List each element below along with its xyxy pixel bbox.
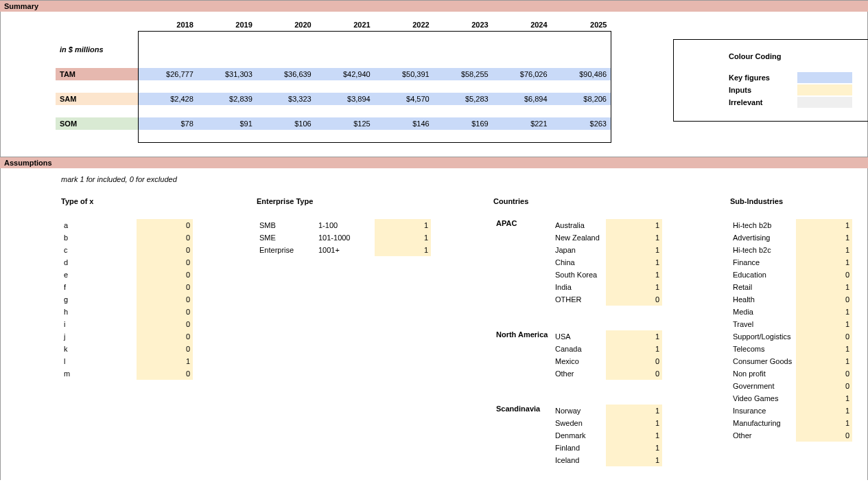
country-value[interactable]: 1: [606, 429, 662, 442]
enterprise-value[interactable]: 1: [375, 231, 431, 244]
country-value[interactable]: 1: [606, 454, 662, 466]
legend-title: Colour Coding: [729, 52, 868, 60]
sam-cell[interactable]: $5,283: [434, 93, 493, 105]
sub-industry-value[interactable]: 0: [796, 367, 852, 380]
country-value[interactable]: 1: [606, 256, 662, 269]
tam-row: TAM $26,777 $31,303 $36,639 $42,940 $50,…: [56, 68, 611, 80]
sub-industry-value[interactable]: 1: [796, 392, 852, 405]
country-value[interactable]: 0: [606, 293, 662, 306]
sub-industry-value[interactable]: 1: [796, 256, 852, 269]
tam-cell[interactable]: $50,391: [375, 68, 434, 80]
sub-industry-value[interactable]: 1: [796, 281, 852, 293]
som-cell[interactable]: $106: [257, 117, 316, 130]
tam-cell[interactable]: $31,303: [198, 68, 257, 80]
country-value[interactable]: 1: [606, 442, 662, 454]
som-cell[interactable]: $78: [138, 117, 198, 130]
sub-industry-value[interactable]: 0: [796, 330, 852, 343]
type-x-name: f: [61, 281, 137, 293]
enterprise-row: SMB1-1001: [257, 219, 431, 231]
sub-industry-value[interactable]: 1: [796, 231, 852, 244]
type-x-row: m0: [61, 367, 193, 380]
som-cell[interactable]: $169: [434, 117, 493, 130]
sub-industry-value[interactable]: 1: [796, 343, 852, 355]
year-2025: 2025: [552, 19, 611, 31]
type-x-name: a: [61, 219, 137, 231]
sub-industry-value[interactable]: 1: [796, 318, 852, 330]
sub-industry-name: Manufacturing: [730, 417, 796, 429]
sub-industry-value[interactable]: 0: [796, 293, 852, 306]
type-x-value[interactable]: 0: [137, 256, 193, 269]
sub-industry-value[interactable]: 1: [796, 405, 852, 417]
sub-industry-value[interactable]: 1: [796, 306, 852, 318]
type-x-value[interactable]: 0: [137, 231, 193, 244]
enterprise-value[interactable]: 1: [375, 244, 431, 256]
sam-cell[interactable]: $2,839: [198, 93, 257, 105]
region-name: APAC: [493, 219, 552, 231]
tam-cell[interactable]: $58,255: [434, 68, 493, 80]
country-value[interactable]: 0: [606, 367, 662, 380]
type-x-value[interactable]: 0: [137, 343, 193, 355]
tam-cell[interactable]: $90,486: [552, 68, 611, 80]
legend-irrelevant-label: Irrelevant: [729, 98, 797, 106]
country-value[interactable]: 1: [606, 343, 662, 355]
sam-cell[interactable]: $3,894: [316, 93, 375, 105]
type-x-value[interactable]: 0: [137, 318, 193, 330]
som-cell[interactable]: $146: [375, 117, 434, 130]
som-cell[interactable]: $125: [316, 117, 375, 130]
type-x-value[interactable]: 0: [137, 281, 193, 293]
type-x-value[interactable]: 0: [137, 330, 193, 343]
sub-industry-name: Education: [730, 269, 796, 281]
country-value[interactable]: 1: [606, 330, 662, 343]
sam-cell[interactable]: $8,206: [552, 93, 611, 105]
tam-cell[interactable]: $76,026: [493, 68, 552, 80]
type-x-row: d0: [61, 256, 193, 269]
country-value[interactable]: 1: [606, 417, 662, 429]
som-cell[interactable]: $91: [198, 117, 257, 130]
sam-cell[interactable]: $2,428: [138, 93, 198, 105]
country-value[interactable]: 1: [606, 244, 662, 256]
sub-industry-value[interactable]: 0: [796, 429, 852, 442]
country-name: New Zealand: [552, 231, 606, 244]
country-value[interactable]: 0: [606, 355, 662, 367]
country-value[interactable]: 1: [606, 219, 662, 231]
tam-cell[interactable]: $26,777: [138, 68, 198, 80]
country-row: Canada1: [493, 343, 662, 355]
som-cell[interactable]: $221: [493, 117, 552, 130]
country-value[interactable]: 1: [606, 405, 662, 417]
sub-industry-value[interactable]: 0: [796, 269, 852, 281]
sam-cell[interactable]: $4,570: [375, 93, 434, 105]
section-header-summary: Summary: [0, 0, 868, 12]
sub-industry-value[interactable]: 1: [796, 219, 852, 231]
sub-industry-value[interactable]: 1: [796, 244, 852, 256]
type-x-value[interactable]: 0: [137, 367, 193, 380]
swatch-irrelevant: [797, 97, 852, 108]
sub-industry-value[interactable]: 1: [796, 417, 852, 429]
sub-industry-name: Consumer Goods: [730, 355, 796, 367]
sub-industry-value[interactable]: 1: [796, 355, 852, 367]
type-x-value[interactable]: 0: [137, 244, 193, 256]
sam-cell[interactable]: $3,323: [257, 93, 316, 105]
sub-industry-row: Insurance1: [730, 405, 852, 417]
enterprise-table: SMB1-1001SME101-10001Enterprise1001+1: [257, 219, 431, 256]
tam-cell[interactable]: $42,940: [316, 68, 375, 80]
type-x-value[interactable]: 0: [137, 306, 193, 318]
legend-key-figures-label: Key figures: [729, 73, 797, 82]
sub-industry-row: Other0: [730, 429, 852, 442]
type-x-value[interactable]: 0: [137, 293, 193, 306]
sub-industry-row: Health0: [730, 293, 852, 306]
type-x-value[interactable]: 0: [137, 219, 193, 231]
country-value[interactable]: 1: [606, 281, 662, 293]
year-2019: 2019: [198, 19, 257, 31]
sam-cell[interactable]: $6,894: [493, 93, 552, 105]
countries-table: APACAustralia1New Zealand1Japan1China1So…: [493, 219, 662, 466]
type-x-value[interactable]: 0: [137, 269, 193, 281]
som-label: SOM: [56, 117, 138, 130]
country-value[interactable]: 1: [606, 231, 662, 244]
som-cell[interactable]: $263: [552, 117, 611, 130]
sub-industry-value[interactable]: 0: [796, 380, 852, 392]
type-x-value[interactable]: 1: [137, 355, 193, 367]
enterprise-value[interactable]: 1: [375, 219, 431, 231]
enterprise-range: 1-100: [316, 219, 375, 231]
country-value[interactable]: 1: [606, 269, 662, 281]
tam-cell[interactable]: $36,639: [257, 68, 316, 80]
